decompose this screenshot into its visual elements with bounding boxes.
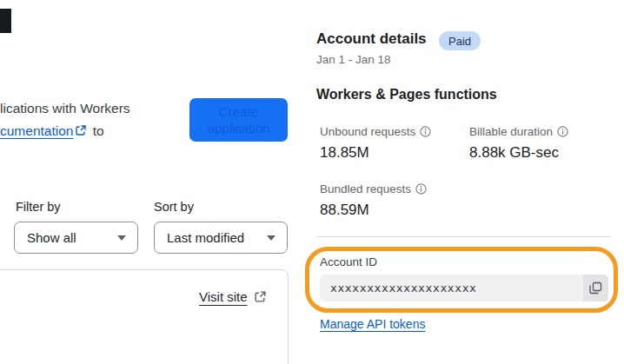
metric-label-text: Unbound requests xyxy=(320,125,415,138)
documentation-link[interactable]: cumentation xyxy=(0,123,73,138)
intro-text: lications with Workers cumentation to xyxy=(0,97,191,142)
create-application-button[interactable]: Create application xyxy=(189,98,288,142)
date-range: Jan 1 - Jan 18 xyxy=(316,53,391,66)
filter-by-label: Filter by xyxy=(16,200,61,214)
info-icon[interactable] xyxy=(420,126,431,137)
external-link-icon xyxy=(75,124,87,136)
info-icon[interactable] xyxy=(557,126,568,137)
unbound-requests-value: 18.85M xyxy=(320,144,369,162)
account-id-input[interactable] xyxy=(320,275,583,301)
metric-label-text: Bundled requests xyxy=(320,182,411,195)
copy-icon xyxy=(589,281,602,295)
intro-suffix: to xyxy=(89,123,103,138)
billable-duration-label: Billable duration xyxy=(469,125,568,138)
corner-fragment xyxy=(0,9,11,33)
filter-dropdown[interactable]: Show all xyxy=(14,222,138,254)
billable-duration-value: 8.88k GB-sec xyxy=(469,144,559,162)
bundled-requests-label: Bundled requests xyxy=(320,182,427,195)
manage-api-tokens-link[interactable]: Manage API tokens xyxy=(320,317,425,331)
chevron-down-icon xyxy=(117,235,126,241)
account-id-label: Account ID xyxy=(320,255,377,268)
account-id-group xyxy=(320,275,608,301)
visit-site-link[interactable]: Visit site xyxy=(199,289,267,304)
sort-dropdown-value: Last modified xyxy=(167,230,244,245)
copy-account-id-button[interactable] xyxy=(583,275,608,301)
paid-badge: Paid xyxy=(439,31,481,50)
bundled-requests-value: 88.59M xyxy=(320,202,369,219)
chevron-down-icon xyxy=(267,235,275,241)
metric-label-text: Billable duration xyxy=(469,125,553,138)
divider xyxy=(316,236,611,237)
sort-dropdown[interactable]: Last modified xyxy=(154,222,288,254)
sort-by-label: Sort by xyxy=(154,200,194,214)
visit-site-label: Visit site xyxy=(199,289,248,304)
intro-line1: lications with Workers xyxy=(0,101,130,116)
filter-dropdown-value: Show all xyxy=(27,230,76,245)
site-card xyxy=(0,269,289,364)
unbound-requests-label: Unbound requests xyxy=(320,125,431,138)
account-details-title: Account details xyxy=(316,30,427,48)
info-icon[interactable] xyxy=(415,183,427,195)
workers-pages-functions-title: Workers & Pages functions xyxy=(316,87,497,103)
external-link-icon xyxy=(254,290,267,303)
